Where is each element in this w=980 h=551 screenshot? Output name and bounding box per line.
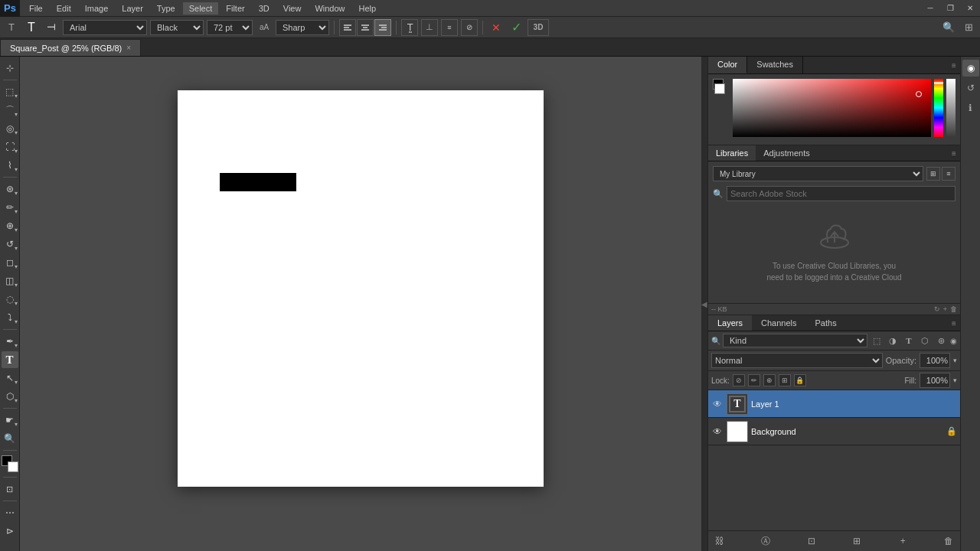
layer-visibility-button[interactable]: 👁 [711,425,724,438]
healing-brush-button[interactable]: ⊛▾ [2,181,18,197]
align-center-button[interactable] [357,19,374,36]
pen-tool-button[interactable]: ✒▾ [2,333,18,350]
libraries-dropdown[interactable]: My Library [713,166,923,181]
text-layer-element[interactable] [220,173,296,191]
extra-tools-button[interactable]: ⋯ [2,504,18,521]
anti-alias-select[interactable]: Sharp [276,20,329,35]
menu-3d[interactable]: 3D [253,2,276,15]
gradient-tool-button[interactable]: ◫▾ [2,272,18,289]
canvas-area[interactable] [20,57,701,551]
menu-image[interactable]: Image [79,2,115,15]
lock-position-button[interactable]: ⊕ [763,374,776,386]
glyphs-button[interactable]: ⊘ [461,19,478,36]
warp-text-button[interactable]: T̰ [401,19,418,36]
libraries-tab[interactable]: Libraries [708,145,756,161]
paths-tab[interactable]: Paths [806,315,846,331]
mini-color-btn[interactable]: ◉ [962,60,979,77]
mini-history-btn[interactable]: ↺ [962,80,979,96]
delete-layer-button[interactable]: 🗑 [942,534,956,548]
fill-input[interactable] [920,373,950,388]
bg-swatch[interactable] [714,83,725,94]
lib-list-view[interactable]: ≡ [942,167,956,181]
screen-mode-button[interactable]: ⊡ [2,481,18,497]
lock-all-button[interactable]: 🔒 [794,374,806,386]
shape-tool-button[interactable]: ⬡▾ [2,388,18,405]
align-right-button[interactable] [374,19,391,36]
opacity-arrow[interactable]: ▾ [953,357,957,364]
new-layer-button[interactable]: + [896,534,910,548]
filter-type-button[interactable]: T [902,334,916,347]
workspace-icon[interactable]: ⊞ [960,19,977,36]
eyedropper-button[interactable]: ⌇▾ [2,157,18,174]
font-size-select[interactable]: 72 pt [207,20,253,35]
type-tool-button[interactable]: T [2,351,18,368]
history-brush-button[interactable]: ↺▾ [2,236,18,253]
color-alpha-bar[interactable] [946,79,956,137]
zoom-tool-button[interactable]: 🔍 [2,430,18,447]
layer-row[interactable]: 👁 Background 🔒 [708,418,960,445]
lock-transparent-button[interactable]: ⊘ [733,374,745,386]
swatches-tab[interactable]: Swatches [747,57,803,73]
add-mask-button[interactable]: ⊡ [805,534,818,548]
menu-type[interactable]: Type [151,2,181,15]
quick-select-button[interactable]: ◎▾ [2,120,18,137]
menu-view[interactable]: View [277,2,308,15]
font-family-select[interactable]: Arial [63,20,147,35]
search-icon[interactable]: 🔍 [940,19,957,36]
align-left-button[interactable] [339,19,356,36]
color-gradient[interactable] [733,79,931,137]
canvas-document[interactable] [178,90,544,487]
rectangular-marquee-button[interactable]: ⬚▾ [2,83,18,100]
type-vertical-icon[interactable]: T [43,19,60,36]
lib-add-icon[interactable]: + [943,305,947,313]
close-button[interactable]: ✕ [960,0,980,17]
layer-visibility-button[interactable]: 👁 [711,398,724,410]
lib-grid-view[interactable]: ⊞ [926,167,940,181]
filter-shape-button[interactable]: ⬡ [918,334,932,347]
type-tool-icon[interactable]: T [23,19,40,36]
artboard-tool-button[interactable]: ⊳ [2,523,18,540]
minimize-button[interactable]: ─ [920,0,940,17]
layers-kind-filter[interactable]: Kind [723,334,867,347]
menu-help[interactable]: Help [353,2,383,15]
libraries-panel-menu[interactable]: ≡ [948,145,960,161]
filter-smart-button[interactable]: ⊛ [934,334,948,347]
filter-adjustment-button[interactable]: ◑ [886,334,900,347]
font-style-select[interactable]: Black [150,20,204,35]
text-baseline-button[interactable]: ⊥ [421,19,438,36]
brush-tool-button[interactable]: ✏▾ [2,199,18,216]
channels-tab[interactable]: Channels [752,315,805,331]
cancel-type-button[interactable]: ✕ [488,19,505,36]
character-panel-button[interactable]: ≡ [441,19,458,36]
lock-artboard-button[interactable]: ⊞ [779,374,791,386]
mini-info-btn[interactable]: ℹ [962,99,979,116]
document-tab[interactable]: Square_Post @ 25% (RGB/8) × [0,39,141,56]
add-style-button[interactable]: Ⓐ [759,534,773,548]
opacity-input[interactable] [920,353,950,368]
lib-search-input[interactable] [727,186,956,201]
restore-button[interactable]: ❐ [940,0,960,17]
layers-panel-menu[interactable]: ≡ [948,315,960,331]
new-group-button[interactable]: ⊞ [850,534,864,548]
color-spectrum[interactable] [934,79,943,137]
3d-mode-button[interactable]: 3D [528,19,549,36]
lasso-tool-button[interactable]: ⌒▾ [2,102,18,119]
tool-preset-icon[interactable]: T [3,19,20,36]
lib-trash-icon[interactable]: 🗑 [950,305,957,313]
menu-layer[interactable]: Layer [116,2,149,15]
menu-select[interactable]: Select [183,2,219,15]
fill-arrow[interactable]: ▾ [953,377,957,384]
clone-stamp-button[interactable]: ⊕▾ [2,217,18,234]
blur-tool-button[interactable]: ◌▾ [2,291,18,308]
tab-close-button[interactable]: × [126,44,131,52]
crop-tool-button[interactable]: ⛶▾ [2,139,18,155]
lib-sync-icon[interactable]: ↻ [934,305,940,313]
hand-tool-button[interactable]: ☛▾ [2,412,18,429]
move-tool-button[interactable]: ⊹ [2,60,18,77]
color-tab[interactable]: Color [708,57,747,73]
blend-mode-select[interactable]: Normal Dissolve Darken Multiply [711,353,883,368]
link-layers-button[interactable]: ⛓ [713,534,727,548]
dodge-tool-button[interactable]: ⤵▾ [2,309,18,326]
menu-edit[interactable]: Edit [51,2,77,15]
panel-collapse-bar[interactable]: ◀ [701,57,707,551]
